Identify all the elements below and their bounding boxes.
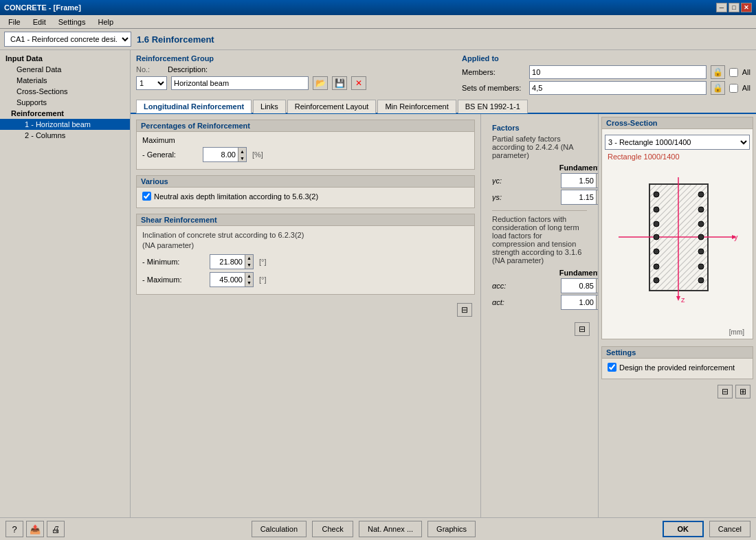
gamma-c-fundamental-spinbox: ▲ ▼ [561, 173, 598, 188]
menu-file[interactable]: File [3, 16, 26, 27]
rebar-dot [698, 234, 704, 240]
rebar-dot [654, 192, 659, 197]
right-table-button[interactable]: ⊟ [575, 322, 590, 336]
sets-input[interactable] [529, 81, 707, 95]
calculation-button[interactable]: Calculation [252, 521, 307, 537]
rg-delete-button[interactable]: ✕ [351, 76, 366, 90]
gamma-s-fundamental-input[interactable] [562, 190, 596, 204]
tab-layout[interactable]: Reinforcement Layout [287, 100, 377, 113]
sets-pick-button[interactable]: 🔒 [711, 81, 724, 95]
gamma-s-fundamental-spinbox: ▲ ▼ [561, 190, 598, 205]
reinforcement-group-section: Reinforcement Group No.: Description: 1 … [131, 50, 756, 100]
sidebar-item-horizontal-beam[interactable]: 1 - Horizontal beam [0, 119, 130, 130]
applied-to-title: Applied to [462, 54, 751, 63]
shear-min-row: - Minimum: ▲ ▼ [°] [142, 254, 469, 269]
various-section: Various Neutral axis depth limitation ac… [136, 175, 475, 208]
acc-fundamental-input[interactable] [562, 279, 596, 293]
act-fundamental-wrap: ▲ ▼ [548, 295, 598, 310]
check-button[interactable]: Check [312, 521, 353, 537]
rebar-dot [698, 249, 704, 254]
col2-fundamental: Fundamental [548, 269, 598, 277]
members-all-checkbox[interactable] [729, 68, 738, 77]
cs-table-button[interactable]: ⊟ [718, 385, 733, 398]
rebar-dot [654, 264, 659, 269]
act-fundamental-input[interactable] [562, 295, 596, 309]
general-spin-down[interactable]: ▼ [238, 155, 246, 161]
top-bar: CA1 - Reinforced concrete desi... 1.6 Re… [0, 29, 756, 50]
members-input[interactable] [529, 65, 707, 79]
sidebar-item-cross-sections[interactable]: Cross-Sections [0, 86, 130, 97]
shear-max-down[interactable]: ▼ [245, 280, 253, 286]
maximize-button[interactable]: □ [729, 3, 740, 12]
menu-help[interactable]: Help [92, 16, 119, 27]
settings-panel: Settings Design the provided reinforceme… [601, 346, 753, 379]
title-bar: CONCRETE - [Frame] ─ □ ✕ [0, 0, 756, 15]
cross-section-content: 3 - Rectangle 1000/1400 Rectangle 1000/1… [602, 129, 753, 339]
sets-label: Sets of members: [462, 84, 525, 92]
menu-edit[interactable]: Edit [27, 16, 52, 27]
neutral-axis-checkbox[interactable] [142, 192, 151, 201]
rg-open-button[interactable]: 📂 [313, 76, 328, 90]
sidebar-item-reinforcement[interactable]: Reinforcement [0, 108, 130, 119]
percentages-content: Maximum - General: ▲ ▼ [137, 132, 474, 169]
ca-select[interactable]: CA1 - Reinforced concrete desi... [4, 32, 131, 47]
far-right-icon-strip: ⊟ ⊞ [601, 382, 753, 401]
rg-description-input[interactable] [171, 76, 309, 90]
tab-links[interactable]: Links [253, 100, 286, 113]
maximum-label: Maximum [142, 136, 211, 144]
alpha-ct-label: αct: [492, 298, 547, 306]
ok-button[interactable]: OK [663, 521, 704, 537]
nat-annex-button[interactable]: Nat. Annex ... [359, 521, 422, 537]
sets-all-checkbox[interactable] [729, 84, 738, 93]
shear-min-input[interactable] [210, 255, 245, 269]
shear-inclination-label: Inclination of concrete strut according … [142, 230, 469, 251]
rg-save-button[interactable]: 💾 [332, 76, 347, 90]
sidebar-item-columns[interactable]: 2 - Columns [0, 130, 130, 141]
print-button[interactable]: 🖨 [47, 521, 65, 537]
shear-max-row: - Maximum: ▲ ▼ [°] [142, 272, 469, 287]
general-spinbox-btns: ▲ ▼ [238, 148, 246, 161]
left-content: Percentages of Reinforcement Maximum - G… [131, 114, 481, 517]
bottom-left-icons: ? 📤 🖨 [5, 521, 65, 537]
help-button[interactable]: ? [5, 521, 23, 537]
design-provided-checkbox[interactable] [608, 363, 616, 372]
members-row: Members: 🔒 All [462, 65, 751, 79]
general-value-input[interactable] [203, 148, 238, 161]
general-spin-up[interactable]: ▲ [238, 148, 246, 155]
sidebar-item-general-data[interactable]: General Data [0, 64, 130, 75]
gamma-c-fundamental-input[interactable] [562, 174, 596, 188]
sets-row: Sets of members: 🔒 All [462, 81, 751, 95]
export-button[interactable]: 📤 [26, 521, 44, 537]
shear-min-up[interactable]: ▲ [245, 255, 253, 262]
cross-section-header: Cross-Section [602, 117, 753, 129]
cs-expand-button[interactable]: ⊞ [735, 385, 751, 398]
acc-fundamental-wrap: ▲ ▼ [548, 278, 598, 293]
shear-min-down[interactable]: ▼ [245, 262, 253, 269]
sidebar-item-supports[interactable]: Supports [0, 97, 130, 108]
tab-bs-en[interactable]: BS EN 1992-1-1 [458, 100, 528, 113]
shear-max-input[interactable] [210, 273, 245, 286]
rg-title: Reinforcement Group [136, 54, 448, 63]
left-icon-strip: ⊟ [136, 300, 475, 319]
shear-min-unit: [°] [259, 258, 267, 266]
close-button[interactable]: ✕ [741, 3, 752, 12]
members-pick-button[interactable]: 🔒 [711, 65, 724, 79]
menu-settings[interactable]: Settings [53, 16, 91, 27]
graphics-button[interactable]: Graphics [427, 521, 476, 537]
tab-longitudinal[interactable]: Longitudinal Reinforcement [136, 100, 252, 113]
various-content: Neutral axis depth limitation according … [137, 188, 474, 207]
cross-section-select[interactable]: 3 - Rectangle 1000/1400 [605, 135, 750, 150]
cancel-button[interactable]: Cancel [709, 521, 751, 537]
cross-section-box: Cross-Section 3 - Rectangle 1000/1400 Re… [601, 117, 753, 339]
shear-max-up[interactable]: ▲ [245, 273, 253, 280]
rg-no-select[interactable]: 1 [136, 76, 167, 90]
acc-fundamental-spinbox: ▲ ▼ [561, 278, 598, 293]
rebar-dot [654, 234, 659, 240]
tab-min-reinforcement[interactable]: Min Reinforcement [377, 100, 456, 113]
table-view-button[interactable]: ⊟ [457, 303, 472, 317]
minimize-button[interactable]: ─ [716, 3, 727, 12]
factors-section: Factors Partial safety factors according… [487, 120, 592, 319]
shear-min-btns: ▲ ▼ [245, 255, 253, 269]
sidebar-item-materials[interactable]: Materials [0, 75, 130, 86]
right-icon-strip: ⊟ [487, 319, 592, 339]
